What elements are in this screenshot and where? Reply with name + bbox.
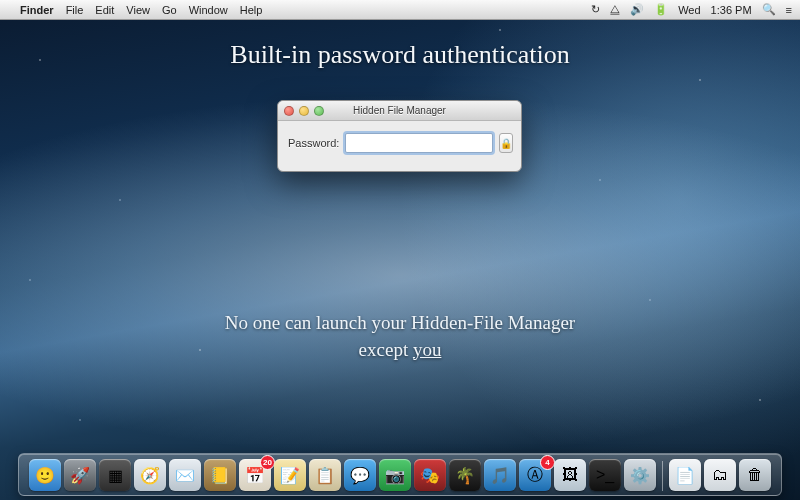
menubar-left: Finder File Edit View Go Window Help bbox=[8, 4, 274, 16]
dock: 🙂🚀▦🧭✉️📒📅📝📋💬📷🎭🌴🎵Ⓐ🖼>_⚙️📄🗂🗑 bbox=[18, 453, 782, 496]
menu-edit[interactable]: Edit bbox=[95, 4, 114, 16]
lock-icon: 🔒 bbox=[500, 138, 512, 149]
notification-center-icon[interactable]: ≡ bbox=[786, 4, 792, 16]
dock-app-mail[interactable]: ✉️ bbox=[169, 459, 201, 491]
dock-app-facetime[interactable]: 📷 bbox=[379, 459, 411, 491]
dock-app-notes[interactable]: 📝 bbox=[274, 459, 306, 491]
desktop: Finder File Edit View Go Window Help ↻ ⧋… bbox=[0, 0, 800, 500]
menubar: Finder File Edit View Go Window Help ↻ ⧋… bbox=[0, 0, 800, 20]
menu-file[interactable]: File bbox=[66, 4, 84, 16]
dock-app-safari[interactable]: 🧭 bbox=[134, 459, 166, 491]
overlay-subline-1: No one can launch your Hidden-File Manag… bbox=[0, 310, 800, 337]
unlock-button[interactable]: 🔒 bbox=[499, 133, 513, 153]
dock-app-downloads[interactable]: 📄 bbox=[669, 459, 701, 491]
dock-app-appstore[interactable]: Ⓐ bbox=[519, 459, 551, 491]
dock-app-photobooth[interactable]: 🎭 bbox=[414, 459, 446, 491]
password-input[interactable] bbox=[345, 133, 493, 153]
auth-window: Hidden File Manager Password: 🔒 bbox=[277, 100, 522, 172]
volume-icon[interactable]: 🔊 bbox=[630, 3, 644, 16]
dock-trash[interactable]: 🗑 bbox=[739, 459, 771, 491]
overlay-headline: Built-in password authentication bbox=[0, 40, 800, 70]
dock-app-calendar[interactable]: 📅 bbox=[239, 459, 271, 491]
overlay-subline-2: except you bbox=[0, 337, 800, 364]
overlay-subline-2-prefix: except bbox=[359, 339, 413, 360]
auth-window-title: Hidden File Manager bbox=[278, 105, 521, 116]
dock-app-messages[interactable]: 💬 bbox=[344, 459, 376, 491]
dock-app-documents[interactable]: 🗂 bbox=[704, 459, 736, 491]
dock-app-preview[interactable]: 🖼 bbox=[554, 459, 586, 491]
menu-window[interactable]: Window bbox=[189, 4, 228, 16]
dock-app-terminal[interactable]: >_ bbox=[589, 459, 621, 491]
dock-separator bbox=[662, 461, 663, 491]
wifi-icon[interactable]: ⧋ bbox=[610, 3, 620, 16]
clock-day[interactable]: Wed bbox=[678, 4, 700, 16]
auth-window-body: Password: 🔒 bbox=[278, 121, 521, 171]
menubar-right: ↻ ⧋ 🔊 🔋 Wed 1:36 PM 🔍 ≡ bbox=[591, 3, 792, 16]
menu-go[interactable]: Go bbox=[162, 4, 177, 16]
dock-app-sysprefs[interactable]: ⚙️ bbox=[624, 459, 656, 491]
spotlight-icon[interactable]: 🔍 bbox=[762, 3, 776, 16]
dock-app-itunes[interactable]: 🎵 bbox=[484, 459, 516, 491]
dock-app-mission[interactable]: ▦ bbox=[99, 459, 131, 491]
clock-time[interactable]: 1:36 PM bbox=[711, 4, 752, 16]
dock-app-finder[interactable]: 🙂 bbox=[29, 459, 61, 491]
dock-container: 🙂🚀▦🧭✉️📒📅📝📋💬📷🎭🌴🎵Ⓐ🖼>_⚙️📄🗂🗑 bbox=[18, 453, 782, 496]
password-label: Password: bbox=[288, 137, 339, 149]
overlay-subline: No one can launch your Hidden-File Manag… bbox=[0, 310, 800, 363]
sync-icon[interactable]: ↻ bbox=[591, 3, 600, 16]
battery-icon[interactable]: 🔋 bbox=[654, 3, 668, 16]
wallpaper-stars bbox=[0, 0, 800, 500]
overlay-subline-2-you: you bbox=[413, 339, 442, 360]
menubar-app-name[interactable]: Finder bbox=[20, 4, 54, 16]
menu-view[interactable]: View bbox=[126, 4, 150, 16]
menu-help[interactable]: Help bbox=[240, 4, 263, 16]
auth-window-titlebar[interactable]: Hidden File Manager bbox=[278, 101, 521, 121]
dock-app-contacts[interactable]: 📒 bbox=[204, 459, 236, 491]
dock-app-launchpad[interactable]: 🚀 bbox=[64, 459, 96, 491]
dock-app-iphoto[interactable]: 🌴 bbox=[449, 459, 481, 491]
dock-app-reminders[interactable]: 📋 bbox=[309, 459, 341, 491]
